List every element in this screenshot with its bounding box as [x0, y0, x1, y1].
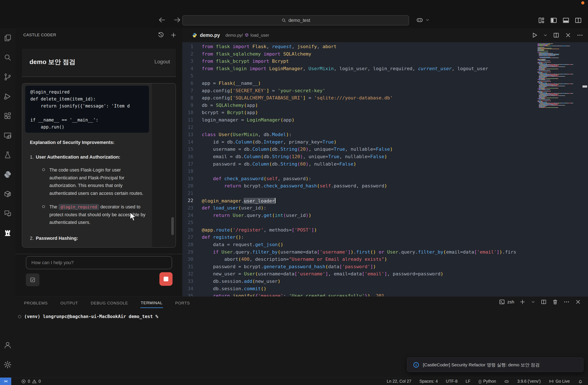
code-line[interactable]: 27def register(): [182, 235, 536, 242]
activity-search[interactable] [0, 48, 15, 67]
code-line[interactable]: 17 password = db.Column(db.String(60), n… [182, 161, 536, 169]
back-arrow-icon[interactable] [158, 16, 167, 24]
activity-python[interactable] [0, 165, 15, 184]
code-line[interactable]: 12 [182, 125, 536, 132]
code-line[interactable]: 7app.config['SECRET_KEY'] = 'your-secret… [182, 88, 536, 95]
code-line[interactable]: 10bcrypt = Bcrypt(app) [182, 110, 536, 117]
breadcrumb-file[interactable]: demo.py/ [226, 33, 243, 38]
code-line[interactable]: 30 abort(400, description="Username or E… [182, 257, 536, 264]
code-line[interactable]: 1from flask import Flask, request, jsoni… [182, 44, 536, 51]
panel-more-icon[interactable] [563, 299, 570, 305]
close-editor-icon[interactable] [565, 32, 571, 39]
code-line[interactable]: 9db = SQLAlchemy(app) [182, 103, 536, 110]
shell-label[interactable]: zsh [499, 299, 514, 305]
code-line[interactable]: 35 return jsonify({'message': 'User crea… [182, 293, 536, 296]
tab-demo-py[interactable]: demo.py [192, 32, 220, 38]
panel-tab-terminal[interactable]: TERMINAL [140, 298, 163, 308]
activity-containers[interactable] [0, 184, 15, 204]
indent-setting[interactable]: Spaces: 4 [420, 379, 438, 384]
stop-button[interactable] [159, 272, 172, 286]
accounts-button[interactable] [0, 335, 15, 355]
history-icon[interactable] [158, 32, 164, 38]
toggle-panel-icon[interactable] [562, 17, 570, 24]
breadcrumb-symbol[interactable]: load_user [251, 33, 269, 38]
code-line[interactable]: 20 return bcrypt.check_password_hash(sel… [182, 183, 536, 191]
code-line[interactable]: 24 return User.query.get(int(user_id)) [182, 213, 536, 220]
activity-testing[interactable] [0, 145, 15, 165]
code-line[interactable]: 21 [182, 191, 536, 198]
panel-tab-debug-console[interactable]: DEBUG CONSOLE [90, 298, 128, 308]
toggle-secondary-sidebar-icon[interactable] [574, 17, 582, 24]
code-line[interactable]: 8app.config['SQLALCHEMY_DATABASE_URI'] =… [182, 95, 536, 103]
code-line[interactable]: 28 data = request.get_json() [182, 242, 536, 249]
code-line[interactable]: 32 new_user = User(username=data['userna… [182, 271, 536, 278]
activity-comments[interactable] [0, 204, 15, 223]
logout-button[interactable]: Logout [154, 59, 170, 65]
auto-approve-button[interactable] [26, 274, 40, 286]
code-line[interactable]: 23def load_user(user_id): [182, 205, 536, 213]
bullet-circle-icon [42, 205, 45, 208]
new-terminal-icon[interactable] [519, 299, 526, 305]
terminal-content[interactable]: (venv) longrunpc@bagchan-ui-MacBookAir d… [18, 314, 158, 319]
code-line[interactable]: 18 [182, 169, 536, 176]
go-live[interactable]: Go Live [549, 379, 570, 384]
minimap[interactable] [536, 42, 574, 296]
breadcrumb[interactable]: demo.py/ load_user [226, 33, 269, 38]
problems-status[interactable]: 0 0 [21, 379, 41, 384]
code-line[interactable]: 11login_manager = LoginManager(app) [182, 117, 536, 125]
remote-indicator[interactable]: >< [0, 378, 11, 385]
code-line[interactable]: 33 db.session.add(new_user) [182, 278, 536, 286]
code-editor[interactable]: 1from flask import Flask, request, jsoni… [182, 42, 536, 296]
terminal-dropdown-chevron-icon[interactable] [531, 299, 535, 304]
code-line[interactable]: 14 id = db.Column(db.Integer, primary_ke… [182, 139, 536, 147]
copilot-status[interactable] [504, 379, 509, 384]
chat-input[interactable] [26, 256, 172, 269]
run-dropdown-chevron-icon[interactable] [543, 33, 548, 38]
code-line[interactable]: 31 password = bcrypt.generate_password_h… [182, 264, 536, 271]
code-line[interactable]: 16 email = db.Column(db.String(120), uni… [182, 154, 536, 161]
panel-tab-problems[interactable]: PROBLEMS [23, 298, 48, 308]
code-line[interactable]: 34 db.session.commit() [182, 286, 536, 293]
copilot-menu[interactable] [416, 16, 430, 24]
split-terminal-icon[interactable] [541, 299, 547, 305]
toggle-primary-sidebar-icon[interactable] [550, 17, 557, 24]
notification-toast[interactable]: [CastleCoder] Security Refactor 명령 실행: d… [407, 357, 584, 372]
forward-arrow-icon[interactable] [173, 16, 181, 24]
code-line[interactable]: 4from flask_login import LoginManager, U… [182, 66, 536, 73]
close-panel-icon[interactable] [575, 299, 581, 305]
cursor-position[interactable]: Ln 22, Col 27 [387, 379, 411, 384]
code-line[interactable]: 2from flask_sqlalchemy import SQLAlchemy [182, 51, 536, 59]
code-line[interactable]: 22@login_manager.user_loader [182, 198, 536, 205]
eol[interactable]: LF [466, 379, 471, 384]
code-line[interactable]: 26@app.route('/register', methods=['POST… [182, 227, 536, 235]
python-interpreter[interactable]: 3.9.6 ('venv') [517, 379, 541, 384]
activity-run-debug[interactable] [0, 87, 15, 106]
scrollbar-thumb[interactable] [171, 217, 174, 235]
notifications-bell[interactable] [578, 379, 583, 384]
panel-tab-ports[interactable]: PORTS [175, 298, 190, 308]
code-line[interactable]: 5 [182, 73, 536, 81]
split-editor-icon[interactable] [553, 32, 560, 39]
activity-explorer[interactable] [0, 28, 15, 48]
customize-layout-icon[interactable] [538, 17, 545, 24]
activity-castle-coder[interactable] [0, 223, 15, 243]
code-line[interactable]: 25 [182, 220, 536, 227]
code-line[interactable]: 29 if User.query.filter_by(username=data… [182, 249, 536, 257]
settings-button[interactable] [0, 355, 15, 374]
more-actions-icon[interactable] [577, 32, 583, 39]
run-python-icon[interactable] [531, 32, 538, 39]
new-chat-icon[interactable] [170, 32, 177, 38]
encoding[interactable]: UTF-8 [446, 379, 457, 384]
code-line[interactable]: 6app = Flask(__name__) [182, 81, 536, 88]
code-line[interactable]: 13class User(UserMixin, db.Model): [182, 132, 536, 139]
command-center-search[interactable]: demo_test [182, 15, 409, 25]
panel-tab-output[interactable]: OUTPUT [60, 298, 78, 308]
activity-remote-explorer[interactable] [0, 126, 15, 145]
code-line[interactable]: 3from flask_bcrypt import Bcrypt [182, 59, 536, 66]
language-mode[interactable]: { }Python [478, 379, 496, 384]
kill-terminal-icon[interactable] [552, 299, 558, 305]
activity-extensions[interactable] [0, 106, 15, 126]
activity-source-control[interactable] [0, 67, 15, 87]
code-line[interactable]: 19 def check_password(self, password): [182, 176, 536, 183]
code-line[interactable]: 15 username = db.Column(db.String(20), u… [182, 147, 536, 154]
